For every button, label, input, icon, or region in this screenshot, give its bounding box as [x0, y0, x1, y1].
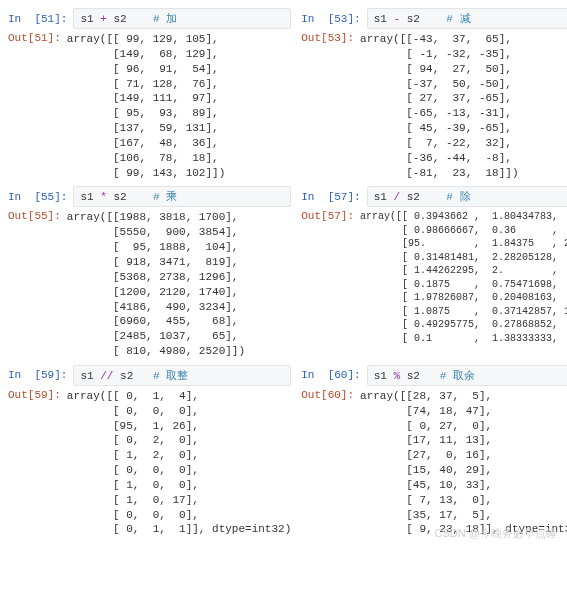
out-prompt: Out[53]:	[301, 32, 360, 44]
operator: *	[100, 191, 107, 203]
comment: # 加	[153, 13, 177, 25]
operand: s1	[374, 191, 394, 203]
output-row: Out[60]: array([[28, 37, 5], [74, 18, 47…	[301, 389, 567, 537]
code-input[interactable]: s1 * s2 # 乘	[73, 186, 291, 207]
code-input[interactable]: s1 - s2 # 减	[367, 8, 567, 29]
operand: s1	[374, 13, 394, 25]
comment: # 取余	[440, 370, 475, 382]
input-row: In [51]: s1 + s2 # 加	[8, 8, 291, 29]
operand: s1	[80, 370, 100, 382]
cell-add: In [51]: s1 + s2 # 加 Out[51]: array([[ 9…	[8, 8, 291, 180]
output-row: Out[55]: array([[1988, 3818, 1700], [555…	[8, 210, 291, 358]
comment: # 乘	[153, 191, 177, 203]
in-prompt: In [57]:	[301, 191, 366, 203]
in-prompt: In [60]:	[301, 369, 366, 381]
array-output: array([[ 0, 1, 4], [ 0, 0, 0], [95, 1, 2…	[67, 389, 291, 537]
array-output: array([[28, 37, 5], [74, 18, 47], [ 0, 2…	[360, 389, 567, 537]
cell-floordiv: In [59]: s1 // s2 # 取整 Out[59]: array([[…	[8, 365, 291, 537]
operator: //	[100, 370, 113, 382]
array-output: array([[-43, 37, 65], [ -1, -32, -35], […	[360, 32, 518, 180]
cell-mod: In [60]: s1 % s2 # 取余 Out[60]: array([[2…	[301, 365, 567, 537]
cell-div: In [57]: s1 / s2 # 除 Out[57]: array([[ 0…	[301, 186, 567, 358]
out-prompt: Out[59]:	[8, 389, 67, 401]
array-output: array([[ 0.3943662 , 1.80434783, 4.25 ],…	[360, 210, 567, 345]
comment: # 取整	[153, 370, 188, 382]
operand: s2	[400, 370, 440, 382]
input-row: In [59]: s1 // s2 # 取整	[8, 365, 291, 386]
code-input[interactable]: s1 // s2 # 取整	[73, 365, 291, 386]
operand: s2	[107, 191, 153, 203]
operand: s2	[400, 191, 446, 203]
code-input[interactable]: s1 + s2 # 加	[73, 8, 291, 29]
in-prompt: In [51]:	[8, 13, 73, 25]
input-row: In [55]: s1 * s2 # 乘	[8, 186, 291, 207]
array-output: array([[ 99, 129, 105], [149, 68, 129], …	[67, 32, 225, 180]
output-row: Out[51]: array([[ 99, 129, 105], [149, 6…	[8, 32, 291, 180]
out-prompt: Out[60]:	[301, 389, 360, 401]
comment: # 减	[446, 13, 470, 25]
input-row: In [53]: s1 - s2 # 减	[301, 8, 567, 29]
code-input[interactable]: s1 / s2 # 除	[367, 186, 567, 207]
operand: s2	[107, 13, 153, 25]
input-row: In [57]: s1 / s2 # 除	[301, 186, 567, 207]
cell-mul: In [55]: s1 * s2 # 乘 Out[55]: array([[19…	[8, 186, 291, 358]
output-row: Out[53]: array([[-43, 37, 65], [ -1, -32…	[301, 32, 567, 180]
watermark: CSDN @今晚务必早点睡	[435, 526, 557, 541]
operand: s2	[400, 13, 446, 25]
operand: s1	[374, 370, 394, 382]
in-prompt: In [59]:	[8, 369, 73, 381]
operator: +	[100, 13, 107, 25]
cell-sub: In [53]: s1 - s2 # 减 Out[53]: array([[-4…	[301, 8, 567, 180]
output-row: Out[59]: array([[ 0, 1, 4], [ 0, 0, 0], …	[8, 389, 291, 537]
comment: # 除	[446, 191, 470, 203]
operand: s1	[80, 191, 100, 203]
out-prompt: Out[57]:	[301, 210, 360, 222]
code-input[interactable]: s1 % s2 # 取余	[367, 365, 567, 386]
array-output: array([[1988, 3818, 1700], [5550, 900, 3…	[67, 210, 245, 358]
operand: s1	[80, 13, 100, 25]
input-row: In [60]: s1 % s2 # 取余	[301, 365, 567, 386]
out-prompt: Out[55]:	[8, 210, 67, 222]
output-row: Out[57]: array([[ 0.3943662 , 1.80434783…	[301, 210, 567, 345]
out-prompt: Out[51]:	[8, 32, 67, 44]
in-prompt: In [55]:	[8, 191, 73, 203]
in-prompt: In [53]:	[301, 13, 366, 25]
operand: s2	[113, 370, 153, 382]
